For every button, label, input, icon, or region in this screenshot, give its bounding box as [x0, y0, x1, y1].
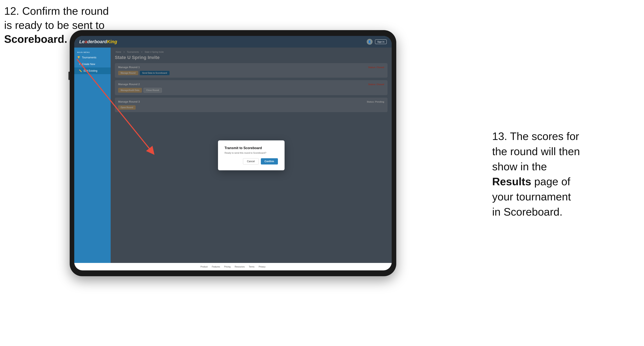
modal-subtitle: Ready to send this round to Scoreboard? — [225, 152, 278, 154]
sidebar-item-create-new[interactable]: + Create New — [74, 61, 111, 67]
trophy-icon: 🏆 — [77, 56, 80, 59]
app-footer: Product Features Pricing Resources Terms… — [74, 263, 392, 270]
tablet-side-button — [68, 72, 70, 80]
tablet-screen: LeaderboardKing 👤 Sign In MAIN MENU 🏆 — [74, 36, 392, 270]
sidebar: MAIN MENU 🏆 Tournaments + Create New ✏️ … — [74, 48, 111, 263]
footer-link-pricing[interactable]: Pricing — [224, 266, 231, 268]
sidebar-item-tournaments[interactable]: 🏆 Tournaments — [74, 54, 111, 61]
app-body: MAIN MENU 🏆 Tournaments + Create New ✏️ … — [74, 48, 392, 263]
modal-overlay: Transmit to Scoreboard Ready to send thi… — [111, 48, 392, 263]
modal-confirm-button[interactable]: Confirm — [261, 158, 278, 165]
user-avatar: 👤 — [367, 39, 372, 45]
tablet-frame: LeaderboardKing 👤 Sign In MAIN MENU 🏆 — [70, 30, 396, 276]
transmit-scoreboard-modal: Transmit to Scoreboard Ready to send thi… — [218, 140, 284, 170]
modal-buttons: Cancel Confirm — [225, 158, 278, 165]
edit-icon: ✏️ — [79, 69, 82, 72]
app-header: LeaderboardKing 👤 Sign In — [74, 36, 392, 48]
sidebar-item-edit-existing[interactable]: ✏️ Edit Existing — [74, 67, 111, 74]
main-content: Home > Tournaments > State U Spring Invi… — [111, 48, 392, 263]
sidebar-main-menu-label: MAIN MENU — [74, 50, 111, 54]
sidebar-create-new-label: Create New — [82, 63, 95, 66]
sign-in-button[interactable]: Sign In — [375, 39, 387, 44]
sidebar-tournaments-label: Tournaments — [82, 56, 96, 59]
header-right: 👤 Sign In — [367, 39, 387, 45]
modal-title: Transmit to Scoreboard — [225, 146, 278, 150]
annotation-right: 13. The scores forthe round will thensho… — [492, 129, 638, 219]
footer-link-privacy[interactable]: Privacy — [258, 266, 266, 268]
annotation-top-left: 12. Confirm the round is ready to be sen… — [4, 4, 109, 46]
footer-link-product[interactable]: Product — [200, 266, 208, 268]
footer-link-features[interactable]: Features — [212, 266, 220, 268]
footer-link-resources[interactable]: Resources — [235, 266, 244, 268]
sidebar-edit-existing-label: Edit Existing — [84, 69, 97, 72]
modal-cancel-button[interactable]: Cancel — [243, 158, 258, 165]
footer-link-terms[interactable]: Terms — [249, 266, 254, 268]
plus-icon: + — [79, 63, 80, 66]
